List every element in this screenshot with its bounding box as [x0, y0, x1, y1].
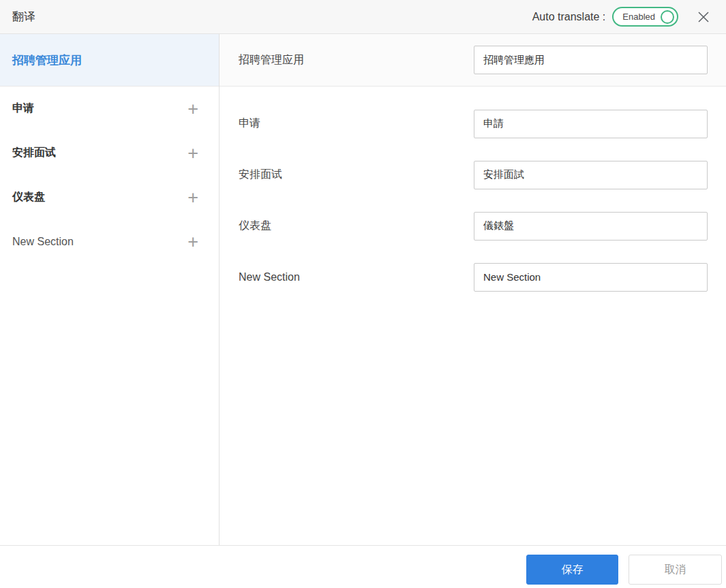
translation-input-new-section[interactable] [474, 263, 708, 292]
source-label: 招聘管理应用 [239, 53, 304, 67]
translation-row-app-name: 招聘管理应用 [220, 34, 726, 87]
expand-plus-icon[interactable]: + [187, 102, 198, 116]
translation-row-dashboard: 仪表盘 [220, 200, 726, 251]
translation-row-new-section: New Section [220, 251, 726, 303]
sidebar-item-label: 申请 [12, 102, 34, 116]
auto-translate-toggle[interactable]: Enabled [612, 7, 678, 27]
translation-input-app-name[interactable] [474, 46, 708, 74]
sections-sidebar: 招聘管理应用 申请 + 安排面试 + 仪表盘 + New Section + [0, 34, 220, 545]
sidebar-item-label: 安排面试 [12, 146, 56, 160]
toggle-knob-icon [661, 10, 674, 24]
sidebar-item-new-section[interactable]: New Section + [0, 219, 219, 264]
cancel-button[interactable]: 取消 [629, 555, 722, 585]
sidebar-item-label: New Section [12, 236, 74, 248]
toggle-state-label: Enabled [622, 12, 655, 22]
source-label: 申请 [239, 117, 260, 131]
translation-input-dashboard[interactable] [474, 212, 708, 241]
dialog-footer: 保存 取消 [0, 545, 726, 588]
sidebar-item-label: 仪表盘 [12, 190, 45, 204]
source-label: 仪表盘 [239, 219, 271, 233]
expand-plus-icon[interactable]: + [187, 191, 198, 204]
translation-row-schedule-interview: 安排面试 [220, 149, 726, 200]
dialog-body: 招聘管理应用 申请 + 安排面试 + 仪表盘 + New Section + 招… [0, 34, 726, 545]
expand-plus-icon[interactable]: + [187, 146, 198, 160]
source-label: 安排面试 [239, 168, 282, 182]
header-right: Auto translate : Enabled [532, 7, 711, 27]
sidebar-item-app-name[interactable]: 招聘管理应用 [0, 34, 219, 87]
close-icon[interactable] [696, 10, 711, 25]
translation-row-application: 申请 [220, 98, 726, 149]
translation-input-application[interactable] [474, 110, 708, 138]
sidebar-item-dashboard[interactable]: 仪表盘 + [0, 175, 219, 219]
auto-translate-label: Auto translate : [532, 11, 606, 23]
translate-dialog: 翻译 Auto translate : Enabled 招聘管理应用 申请 [0, 0, 726, 588]
translation-form: 招聘管理应用 申请 安排面试 仪表盘 New Section [220, 34, 726, 545]
save-button[interactable]: 保存 [526, 555, 618, 585]
dialog-header: 翻译 Auto translate : Enabled [0, 0, 726, 34]
sidebar-item-application[interactable]: 申请 + [0, 87, 219, 131]
sidebar-item-schedule-interview[interactable]: 安排面试 + [0, 131, 219, 175]
dialog-title: 翻译 [12, 9, 35, 25]
expand-plus-icon[interactable]: + [187, 235, 198, 249]
source-label: New Section [239, 271, 300, 283]
sidebar-item-label: 招聘管理应用 [12, 52, 82, 68]
translation-input-schedule-interview[interactable] [474, 161, 708, 189]
